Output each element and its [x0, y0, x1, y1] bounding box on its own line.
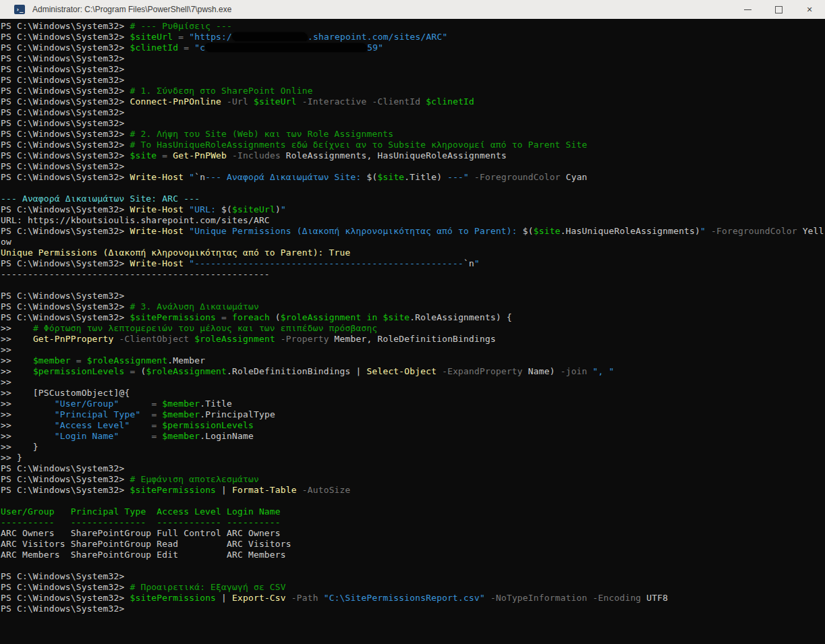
terminal-line: ARC Owners SharePointGroup Full Control …: [1, 528, 825, 539]
terminal-line: PS C:\Windows\System32> Write-Host "`n--…: [1, 172, 825, 183]
terminal-line: ARC Members SharePointGroup Edit ARC Mem…: [1, 550, 825, 560]
terminal-line: [1, 496, 825, 506]
window-controls: ✕: [732, 0, 825, 19]
maximize-icon: [775, 6, 783, 13]
redaction-scribble: [232, 32, 308, 41]
minimize-button[interactable]: [732, 0, 763, 19]
terminal-line: ---------- -------------- ------------ -…: [1, 517, 825, 528]
terminal-line: PS C:\Windows\System32> $sitePermissions…: [1, 312, 825, 323]
terminal-line: PS C:\Windows\System32> # 2. Λήψη του Si…: [1, 129, 825, 140]
terminal-line: --- Αναφορά Δικαιωμάτων Site: ARC ---: [1, 194, 825, 204]
terminal-line: ARC Visitors SharePointGroup Read ARC Vi…: [1, 539, 825, 550]
terminal-line: PS C:\Windows\System32>: [1, 463, 825, 474]
terminal-line: URL: https://kboutsioulis.sharepoint.com…: [1, 215, 825, 226]
terminal-line: >> "Login Name" = $member.LoginName: [1, 431, 825, 442]
terminal-line: PS C:\Windows\System32> $siteUrl = "http…: [1, 32, 825, 42]
terminal-line: >> "User/Group" = $member.Title: [1, 399, 825, 409]
terminal-line: ----------------------------------------…: [1, 269, 825, 280]
terminal-line: >> }: [1, 442, 825, 452]
close-icon: ✕: [806, 6, 812, 13]
terminal-line: PS C:\Windows\System32> Connect-PnPOnlin…: [1, 96, 825, 107]
terminal-line: PS C:\Windows\System32> $sitePermissions…: [1, 593, 825, 604]
terminal-line: PS C:\Windows\System32> Write-Host "URL:…: [1, 204, 825, 215]
terminal-line: [1, 183, 825, 194]
terminal-line: >>: [1, 377, 825, 388]
terminal-line: >>: [1, 345, 825, 355]
terminal-line: Unique Permissions (Διακοπή κληρονομικότ…: [1, 247, 825, 258]
terminal-line: PS C:\Windows\System32>: [1, 64, 825, 75]
terminal-line: PS C:\Windows\System32> $clinetId = "c59…: [1, 42, 825, 53]
terminal-line: >> # Φόρτωση των λεπτομερειών του μέλους…: [1, 323, 825, 334]
terminal-line: >> $member = $roleAssignment.Member: [1, 355, 825, 366]
terminal-line: PS C:\Windows\System32> # 3. Ανάλυση Δικ…: [1, 301, 825, 312]
terminal-line: PS C:\Windows\System32>: [1, 75, 825, 86]
terminal-line: >> [PSCustomObject]@{: [1, 388, 825, 399]
terminal-line: User/Group Principal Type Access Level L…: [1, 506, 825, 517]
terminal-line: PS C:\Windows\System32> # 1. Σύνδεση στο…: [1, 86, 825, 96]
terminal-line: PS C:\Windows\System32> # Το HasUniqueRo…: [1, 140, 825, 150]
powershell-icon: ›_: [14, 5, 25, 14]
terminal-line: >> }: [1, 452, 825, 463]
terminal-line: [1, 280, 825, 291]
terminal-line: PS C:\Windows\System32> # Εμφάνιση αποτε…: [1, 474, 825, 485]
terminal-line: PS C:\Windows\System32> Write-Host "----…: [1, 258, 825, 269]
minimize-icon: [744, 9, 751, 10]
window-titlebar: ›_ Administrator: C:\Program Files\Power…: [0, 0, 825, 19]
terminal-line: PS C:\Windows\System32> Write-Host "Uniq…: [1, 226, 825, 237]
terminal-line: PS C:\Windows\System32>: [1, 53, 825, 64]
terminal-line: PS C:\Windows\System32> $sitePermissions…: [1, 485, 825, 496]
terminal-line: PS C:\Windows\System32>: [1, 118, 825, 129]
terminal-line: PS C:\Windows\System32>: [1, 604, 825, 614]
terminal-line: >> "Access Level" = $permissionLevels: [1, 420, 825, 431]
terminal-line: PS C:\Windows\System32>: [1, 161, 825, 172]
redaction-scribble: [205, 43, 367, 52]
terminal-line: PS C:\Windows\System32>: [1, 291, 825, 301]
maximize-button[interactable]: [763, 0, 794, 19]
terminal-output[interactable]: PS C:\Windows\System32> # --- Ρυθμίσεις …: [0, 19, 825, 644]
terminal-line: >> $permissionLevels = ($roleAssignment.…: [1, 366, 825, 377]
terminal-line: ow: [1, 237, 825, 247]
terminal-line: PS C:\Windows\System32>: [1, 571, 825, 582]
terminal-line: PS C:\Windows\System32> $site = Get-PnPW…: [1, 150, 825, 161]
terminal-line: >> "Principal Type" = $member.PrincipalT…: [1, 409, 825, 420]
terminal-line: >> Get-PnPProperty -ClientObject $roleAs…: [1, 334, 825, 345]
terminal-line: [1, 560, 825, 571]
terminal-line: PS C:\Windows\System32> # Προαιρετικά: Ε…: [1, 582, 825, 593]
terminal-line: PS C:\Windows\System32>: [1, 107, 825, 118]
close-button[interactable]: ✕: [794, 0, 825, 19]
terminal-line: PS C:\Windows\System32> # --- Ρυθμίσεις …: [1, 21, 825, 32]
window-title: Administrator: C:\Program Files\PowerShe…: [32, 5, 231, 14]
